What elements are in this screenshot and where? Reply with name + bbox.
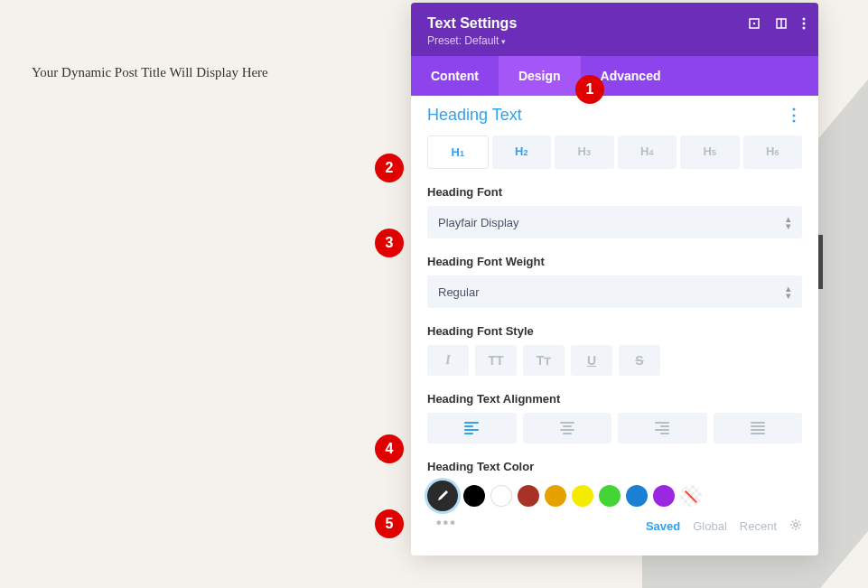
label-heading-font: Heading Font — [427, 185, 802, 199]
callout-2: 2 — [375, 154, 404, 182]
style-italic-button[interactable]: I — [427, 345, 469, 376]
color-picker-button[interactable] — [427, 481, 458, 511]
tabs: Content Design Advanced — [411, 56, 818, 96]
scrollbar-stub — [818, 235, 823, 289]
swatch-purple[interactable] — [653, 485, 675, 507]
swatch-blue[interactable] — [626, 485, 648, 507]
svg-point-5 — [803, 23, 806, 25]
heading-tab-h1[interactable]: H1 — [427, 135, 489, 169]
callout-1: 1 — [575, 75, 604, 104]
swatch-white[interactable] — [490, 485, 512, 507]
heading-level-tabs: H1 H2 H3 H4 H5 H6 — [427, 135, 802, 169]
align-right-button[interactable] — [618, 413, 707, 443]
heading-tab-h3[interactable]: H3 — [555, 135, 614, 169]
heading-tab-h2[interactable]: H2 — [492, 135, 552, 169]
tab-content[interactable]: Content — [411, 56, 499, 96]
panel-title: Text Settings — [427, 15, 802, 32]
select-font-value: Playfair Display — [438, 216, 519, 229]
scope-recent[interactable]: Recent — [740, 519, 777, 533]
scope-global[interactable]: Global — [693, 519, 727, 533]
svg-point-1 — [753, 23, 755, 24]
heading-tab-h6[interactable]: H6 — [743, 135, 803, 169]
heading-tab-h4[interactable]: H4 — [618, 135, 677, 169]
callout-3: 3 — [375, 229, 404, 257]
select-heading-weight[interactable]: Regular ▴▾ — [427, 275, 802, 308]
scope-saved[interactable]: Saved — [646, 519, 680, 533]
heading-tab-h5[interactable]: H5 — [680, 135, 740, 169]
style-strikethrough-button[interactable]: S — [619, 345, 660, 376]
callout-4: 4 — [375, 434, 404, 463]
swatch-black[interactable] — [463, 485, 485, 507]
swatch-transparent[interactable] — [680, 485, 702, 507]
select-caret-icon: ▴▾ — [786, 285, 791, 299]
align-center-button[interactable] — [523, 413, 612, 443]
settings-panel: Text Settings Preset: Default Content De… — [411, 3, 818, 555]
swatch-darkred[interactable] — [518, 485, 539, 507]
section-header: Heading Text ⋮ — [411, 96, 818, 130]
swatch-orange[interactable] — [545, 485, 566, 507]
select-heading-font[interactable]: Playfair Display ▴▾ — [427, 206, 802, 238]
svg-point-7 — [794, 523, 798, 527]
select-caret-icon: ▴▾ — [786, 215, 791, 229]
style-uppercase-button[interactable]: TT — [475, 345, 517, 376]
swatch-yellow[interactable] — [572, 485, 593, 507]
label-heading-weight: Heading Font Weight — [427, 255, 802, 268]
label-heading-color: Heading Text Color — [427, 460, 802, 473]
preview-title: Your Dynamic Post Title Will Display Her… — [32, 65, 268, 80]
swatch-green[interactable] — [599, 485, 621, 507]
label-heading-align: Heading Text Alignment — [427, 392, 802, 406]
svg-point-4 — [803, 18, 806, 21]
gear-icon[interactable] — [789, 518, 802, 534]
expand-icon[interactable] — [748, 17, 761, 30]
svg-point-6 — [803, 27, 806, 30]
section-title[interactable]: Heading Text — [427, 106, 522, 125]
tab-design[interactable]: Design — [499, 56, 581, 96]
align-justify-button[interactable] — [714, 413, 803, 443]
panel-header: Text Settings Preset: Default — [411, 3, 818, 56]
more-icon[interactable] — [802, 17, 806, 30]
section-more-icon[interactable]: ⋮ — [786, 105, 802, 125]
preset-selector[interactable]: Preset: Default — [427, 34, 802, 47]
style-smallcaps-button[interactable]: Tᴛ — [523, 345, 565, 376]
style-underline-button[interactable]: U — [571, 345, 612, 376]
drag-icon[interactable] — [775, 17, 788, 30]
select-weight-value: Regular — [438, 285, 480, 299]
align-left-button[interactable] — [427, 413, 517, 443]
label-heading-style: Heading Font Style — [427, 324, 802, 338]
callout-5: 5 — [375, 509, 404, 538]
